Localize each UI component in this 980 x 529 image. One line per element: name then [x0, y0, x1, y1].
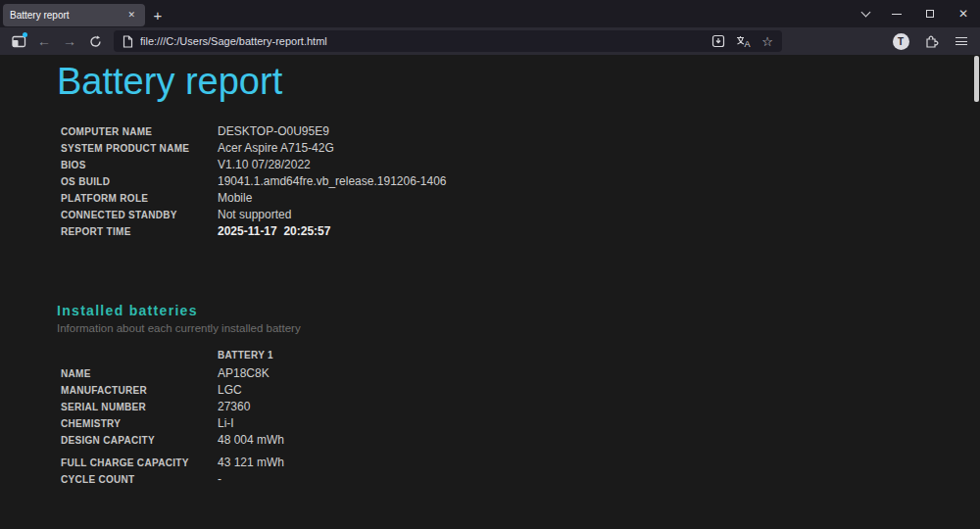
- url-input[interactable]: file:///C:/Users/Sage/battery-report.htm…: [140, 35, 711, 47]
- section-subtitle: Information about each currently install…: [57, 322, 980, 334]
- reload-icon: [89, 35, 102, 48]
- section-heading: Installed batteries: [57, 303, 980, 318]
- bookmark-star-icon[interactable]: ☆: [761, 35, 773, 48]
- table-row: CHEMISTRY Li-I: [0, 416, 980, 433]
- hamburger-icon: [956, 37, 967, 45]
- row-value: -: [218, 472, 221, 486]
- save-page-icon[interactable]: [711, 34, 725, 48]
- row-label: SYSTEM PRODUCT NAME: [61, 143, 218, 154]
- row-value: Li-I: [218, 416, 234, 430]
- translate-icon[interactable]: A: [736, 35, 751, 48]
- tab-battery-report[interactable]: Battery report ✕: [3, 4, 145, 26]
- minimize-button[interactable]: [880, 0, 913, 27]
- table-row: OS BUILD 19041.1.amd64fre.vb_release.191…: [0, 174, 980, 191]
- restore-icon: [926, 10, 934, 18]
- row-value: 48 004 mWh: [218, 433, 284, 447]
- row-value: LGC: [218, 383, 242, 397]
- row-label: REPORT TIME: [61, 226, 218, 237]
- table-row: COMPUTER NAME DESKTOP-O0U95E9: [0, 124, 980, 141]
- row-label: BIOS: [61, 160, 218, 170]
- table-row: SYSTEM PRODUCT NAME Acer Aspire A715-42G: [0, 141, 980, 158]
- row-label: DESIGN CAPACITY: [61, 435, 218, 446]
- menu-button[interactable]: [949, 29, 974, 53]
- address-bar[interactable]: file:///C:/Users/Sage/battery-report.htm…: [114, 30, 782, 52]
- forward-icon: →: [63, 34, 76, 48]
- maximize-restore-button[interactable]: [913, 0, 947, 27]
- window-controls: ✕: [851, 0, 980, 27]
- row-value: DESKTOP-O0U95E9: [218, 124, 329, 138]
- minimize-icon: [892, 14, 902, 15]
- system-info-table: COMPUTER NAME DESKTOP-O0U95E9 SYSTEM PRO…: [0, 124, 980, 241]
- table-row: REPORT TIME 2025-11-17 20:25:57: [0, 224, 980, 241]
- page-content: Battery report COMPUTER NAME DESKTOP-O0U…: [0, 55, 980, 529]
- row-value: 19041.1.amd64fre.vb_release.191206-1406: [218, 174, 447, 188]
- close-window-button[interactable]: ✕: [947, 0, 980, 27]
- browser-toolbar: ← → file:///C:/Users/Sage/battery-report…: [0, 27, 980, 55]
- svg-text:A: A: [745, 39, 751, 48]
- table-row: DESIGN CAPACITY 48 004 mWh: [0, 433, 980, 450]
- close-icon: ✕: [958, 8, 968, 20]
- avatar: T: [893, 33, 909, 50]
- row-value: 2025-11-17 20:25:57: [218, 224, 330, 238]
- row-label: FULL CHARGE CAPACITY: [61, 457, 218, 468]
- browser-window: Battery report ✕ + ✕: [0, 0, 980, 529]
- scrollbar-thumb[interactable]: [974, 56, 979, 102]
- reload-button[interactable]: [82, 29, 108, 53]
- back-button[interactable]: ←: [31, 29, 57, 53]
- forward-button[interactable]: →: [57, 29, 82, 53]
- battery-table: BATTERY 1 NAME AP18C8K MANUFACTURER LGC …: [0, 350, 980, 489]
- row-label: MANUFACTURER: [61, 385, 218, 396]
- row-value: Acer Aspire A715-42G: [218, 141, 334, 155]
- tab-close-icon[interactable]: ✕: [124, 9, 138, 22]
- row-label: PLATFORM ROLE: [61, 193, 218, 204]
- row-label: OS BUILD: [61, 176, 218, 187]
- tab-list-button[interactable]: [851, 0, 880, 27]
- extensions-button[interactable]: [918, 29, 944, 53]
- page-file-icon: [122, 35, 133, 48]
- toolbar-right-group: T: [888, 29, 974, 53]
- tab-bar: Battery report ✕ + ✕: [0, 0, 980, 27]
- urlbar-actions: A ☆: [711, 34, 773, 48]
- table-row: PLATFORM ROLE Mobile: [0, 191, 980, 208]
- page-title: Battery report: [57, 61, 980, 103]
- back-icon: ←: [37, 34, 51, 48]
- table-row: FULL CHARGE CAPACITY 43 121 mWh: [0, 456, 980, 472]
- table-row: CONNECTED STANDBY Not supported: [0, 208, 980, 224]
- new-tab-button[interactable]: +: [145, 4, 171, 26]
- table-row: BIOS V1.10 07/28/2022: [0, 158, 980, 174]
- row-value: 27360: [218, 400, 250, 413]
- row-value: Not supported: [218, 208, 291, 221]
- notification-dot: [23, 32, 27, 37]
- puzzle-piece-icon: [924, 34, 939, 49]
- sidebar-toggle-button[interactable]: [6, 29, 31, 53]
- row-label: CHEMISTRY: [61, 418, 218, 429]
- row-value: V1.10 07/28/2022: [218, 158, 311, 171]
- battery-table-header: BATTERY 1: [0, 350, 980, 366]
- row-label: CONNECTED STANDBY: [61, 210, 218, 220]
- row-label: NAME: [61, 368, 218, 379]
- table-row: MANUFACTURER LGC: [0, 383, 980, 400]
- row-value: Mobile: [218, 191, 252, 205]
- installed-batteries-section: Installed batteries Information about ea…: [0, 303, 980, 334]
- row-value: AP18C8K: [218, 366, 270, 380]
- table-row: SERIAL NUMBER 27360: [0, 400, 980, 416]
- table-row: CYCLE COUNT -: [0, 472, 980, 489]
- chevron-down-icon: [860, 7, 870, 17]
- tab-title: Battery report: [10, 10, 124, 21]
- table-row: NAME AP18C8K: [0, 366, 980, 383]
- row-label: COMPUTER NAME: [61, 126, 218, 137]
- row-label: CYCLE COUNT: [61, 474, 218, 485]
- battery-column-header: BATTERY 1: [218, 350, 273, 361]
- row-value: 43 121 mWh: [218, 456, 284, 469]
- row-label: SERIAL NUMBER: [61, 402, 218, 412]
- account-button[interactable]: T: [888, 29, 913, 53]
